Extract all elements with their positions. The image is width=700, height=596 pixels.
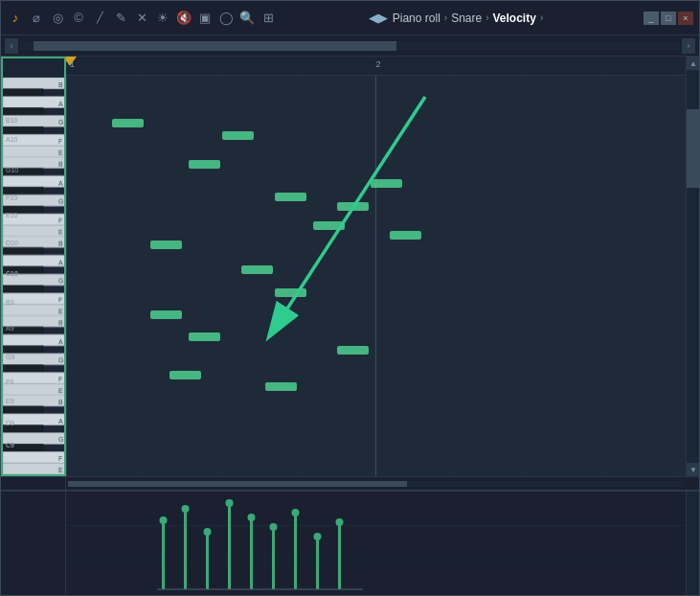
maximize-button[interactable]: □	[661, 11, 676, 25]
svg-text:C9: C9	[6, 442, 14, 448]
scroll-down-button[interactable]: ▼	[687, 463, 699, 476]
breadcrumb-sep-1: ›	[444, 12, 447, 23]
velocity-scrollbar	[686, 492, 699, 595]
svg-rect-49	[241, 265, 273, 274]
ruler-mark-2: 2	[376, 59, 381, 69]
tool-icon-3[interactable]: ©	[70, 10, 87, 27]
note-grid-svg	[66, 76, 686, 476]
svg-rect-56	[337, 346, 369, 355]
svg-rect-44	[189, 160, 220, 169]
svg-text:D10: D10	[6, 241, 18, 247]
svg-rect-52	[390, 231, 421, 240]
svg-rect-51	[371, 179, 402, 188]
svg-text:A10: A10	[6, 136, 18, 143]
svg-text:G10: G10	[6, 167, 18, 173]
svg-rect-61	[66, 492, 686, 595]
velocity-label-area	[1, 492, 66, 595]
breadcrumb-item-snare[interactable]: Snare	[451, 11, 482, 25]
svg-rect-50	[337, 202, 369, 211]
svg-rect-43	[112, 119, 144, 127]
svg-rect-57	[169, 371, 201, 379]
tool-icon-1[interactable]: ⌀	[28, 10, 45, 27]
svg-rect-78	[316, 537, 319, 589]
svg-rect-76	[294, 513, 297, 589]
svg-rect-55	[189, 332, 220, 341]
breadcrumb-item-pianoroll[interactable]: Piano roll	[393, 11, 440, 25]
svg-text:E10: E10	[6, 212, 18, 218]
breadcrumb: Piano roll › Snare › Velocity ›	[393, 11, 543, 25]
tool-icon-5[interactable]: ✎	[112, 10, 129, 27]
tool-icon-8[interactable]: 🔇	[175, 10, 192, 27]
vertical-scrollbar[interactable]: ▲ ▼	[686, 57, 699, 476]
svg-rect-66	[184, 509, 187, 589]
tool-icon-7[interactable]: ☀	[154, 10, 171, 27]
title-bar-center: ◀▶ Piano roll › Snare › Velocity ›	[277, 10, 636, 27]
svg-rect-70	[228, 503, 231, 589]
scroll-right-button[interactable]: ›	[682, 38, 695, 54]
scroll-up-button[interactable]: ▲	[687, 57, 699, 70]
svg-rect-74	[272, 527, 275, 589]
scrollbar-track[interactable]	[687, 70, 699, 463]
close-button[interactable]: ×	[678, 11, 693, 25]
svg-rect-46	[275, 193, 306, 201]
svg-text:B9: B9	[6, 299, 14, 306]
window-controls: _ □ ×	[644, 11, 693, 25]
piano-roll-icon[interactable]: ♪	[7, 10, 24, 27]
svg-point-67	[182, 505, 190, 513]
svg-point-71	[226, 499, 234, 507]
toolbar-icons: ♪ ⌀ ◎ © ╱ ✎ ✕ ☀ 🔇 ▣ ◯ 🔍 ⊞	[7, 10, 277, 27]
svg-text:E9: E9	[6, 398, 14, 404]
tool-icon-4[interactable]: ╱	[91, 10, 108, 27]
tool-icon-10[interactable]: ◯	[217, 10, 235, 27]
tool-icon-11[interactable]: 🔍	[238, 10, 256, 27]
minimize-button[interactable]: _	[644, 11, 659, 25]
breadcrumb-sep-3: ›	[540, 12, 543, 23]
main-window: ♪ ⌀ ◎ © ╱ ✎ ✕ ☀ 🔇 ▣ ◯ 🔍 ⊞ ◀▶ Piano roll …	[0, 0, 700, 596]
piano-keyboard: B A G	[1, 57, 66, 476]
svg-rect-53	[275, 288, 306, 297]
svg-point-65	[160, 516, 168, 524]
scrollbar-thumb[interactable]	[687, 109, 699, 188]
svg-point-69	[204, 528, 212, 536]
piano-keys-svg: B A G	[3, 78, 64, 474]
svg-point-73	[248, 514, 256, 521]
tool-icon-12[interactable]: ⊞	[260, 10, 277, 27]
tool-icon-2[interactable]: ◎	[49, 10, 66, 27]
velocity-svg	[66, 492, 686, 595]
piano-roll-area: B A G	[1, 57, 699, 476]
horizontal-scrollbar-2[interactable]	[68, 481, 684, 487]
svg-rect-80	[338, 522, 341, 589]
svg-rect-45	[222, 131, 254, 140]
svg-rect-48	[150, 241, 182, 249]
svg-point-79	[314, 533, 322, 540]
svg-rect-58	[265, 382, 297, 391]
tool-icon-6[interactable]: ✕	[133, 10, 150, 27]
svg-text:D9: D9	[6, 420, 14, 426]
svg-text:F10: F10	[6, 195, 17, 201]
horizontal-scrollbar[interactable]	[20, 41, 680, 51]
breadcrumb-item-velocity[interactable]: Velocity	[493, 11, 536, 25]
svg-rect-68	[206, 532, 209, 589]
tool-icon-9[interactable]: ▣	[196, 10, 214, 27]
svg-rect-47	[313, 221, 345, 230]
svg-text:F9: F9	[6, 378, 13, 385]
svg-point-77	[292, 509, 300, 516]
scroll-left-button[interactable]: ‹	[5, 38, 18, 54]
svg-point-81	[336, 518, 344, 526]
title-bar: ♪ ⌀ ◎ © ╱ ✎ ✕ ☀ 🔇 ▣ ◯ 🔍 ⊞ ◀▶ Piano roll …	[1, 1, 699, 35]
svg-text:B10: B10	[6, 117, 18, 124]
ruler: 1 2	[66, 57, 686, 76]
svg-rect-54	[150, 310, 182, 319]
speaker-icon[interactable]: ◀▶	[370, 10, 387, 27]
svg-text:G9: G9	[6, 354, 14, 360]
breadcrumb-sep-2: ›	[485, 12, 488, 23]
velocity-section	[1, 490, 699, 595]
svg-point-75	[270, 523, 278, 531]
svg-rect-72	[250, 517, 253, 589]
note-grid[interactable]	[66, 76, 686, 476]
velocity-grid	[66, 492, 686, 595]
svg-rect-64	[162, 520, 165, 589]
svg-text:C10: C10	[6, 270, 18, 277]
svg-text:A9: A9	[6, 325, 14, 332]
ruler-mark-1: 1	[70, 59, 75, 69]
